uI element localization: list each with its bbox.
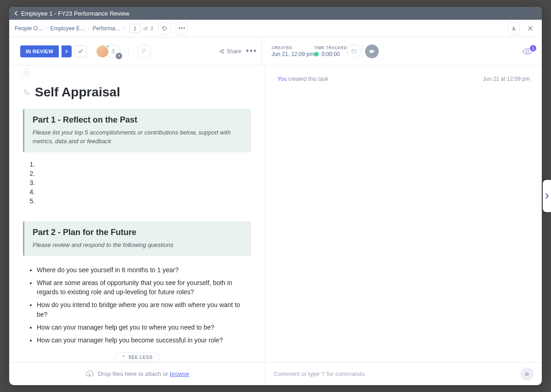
breadcrumb-item[interactable]: Employee E… [50, 25, 85, 32]
list-item[interactable]: Where do you see yourself in 6 months to… [37, 263, 251, 276]
activity-feed[interactable]: You created this task Jun 21 at 12:09 pm [265, 66, 542, 362]
complete-button[interactable] [74, 45, 86, 57]
svg-point-3 [526, 50, 529, 53]
body: Self Appraisal Part 1 - Reflect on the P… [9, 66, 542, 385]
part1-heading: Part 1 - Reflect on the Past [33, 115, 243, 125]
refresh-icon[interactable] [158, 22, 170, 34]
part1-callout: Part 1 - Reflect on the Past Please list… [23, 109, 251, 152]
avatar[interactable] [96, 45, 109, 58]
next-panel-icon[interactable] [543, 180, 551, 212]
time-tracked-label: TIME TRACKED [314, 45, 347, 50]
breadcrumb-item[interactable]: People O… [15, 25, 43, 32]
list-item[interactable]: What are some areas of opportunity that … [37, 276, 251, 299]
status-button[interactable]: IN REVIEW [20, 45, 59, 57]
send-icon[interactable] [521, 368, 534, 381]
doc-content[interactable]: Self Appraisal Part 1 - Reflect on the P… [9, 66, 265, 362]
task-title: Employee 1 - FY23 Performance Review [21, 10, 129, 17]
list-item[interactable] [37, 160, 251, 169]
list-item[interactable]: How can your manager help get you to whe… [37, 321, 251, 334]
activity-item: You created this task Jun 21 at 12:09 pm [277, 76, 530, 82]
left-column: Self Appraisal Part 1 - Reflect on the P… [9, 66, 265, 385]
task-modal: Employee 1 - FY23 Performance Review Peo… [9, 7, 542, 385]
attach-row[interactable]: Drop files here to attach or browse [9, 362, 265, 385]
task-more-icon[interactable]: ••• [246, 46, 258, 56]
svg-rect-2 [370, 50, 373, 53]
right-column: You created this task Jun 21 at 12:09 pm [265, 66, 542, 385]
created-meta: CREATED Jun 21, 12:09 pm [271, 45, 314, 57]
share-label: Share [227, 48, 242, 55]
record-icon[interactable] [365, 45, 379, 58]
see-less-label: SEE LESS [128, 355, 152, 360]
plus-icon: + [116, 53, 122, 59]
priority-flag-icon[interactable] [137, 45, 151, 58]
list-item[interactable] [37, 178, 251, 187]
watchers-count: 1 [530, 45, 536, 51]
play-icon[interactable] [314, 52, 319, 56]
tag-icon[interactable] [22, 69, 30, 78]
list-item[interactable]: How do you intend to bridge where you ar… [37, 298, 251, 321]
part2-prompt: Please review and respond to the followi… [33, 241, 243, 250]
part2-heading: Part 2 - Plan for the Future [33, 228, 243, 237]
questions-list: Where do you see yourself in 6 months to… [23, 263, 251, 347]
share-button[interactable]: Share [219, 48, 242, 55]
created-value: Jun 21, 12:09 pm [271, 51, 314, 57]
attach-text: Drop files here to attach or [98, 370, 170, 377]
chevron-right-icon: › [46, 26, 47, 31]
part1-prompt: Please list your top 5 accomplishments o… [33, 129, 243, 146]
more-options-icon[interactable]: ••• [176, 22, 188, 34]
browse-link[interactable]: browse [170, 370, 189, 377]
breadcrumb-row: People O… › Employee E… › Performa… › of… [9, 20, 542, 37]
list-item[interactable] [37, 187, 251, 196]
titlebar: Employee 1 - FY23 Performance Review [9, 7, 542, 20]
list-item[interactable]: How can your manager help you become suc… [37, 334, 251, 347]
activity-time: Jun 21 at 12:09 pm [483, 76, 530, 82]
see-less-button[interactable]: ⌃ SEE LESS [115, 353, 159, 362]
chevron-right-icon: › [88, 26, 90, 31]
part2-callout: Part 2 - Plan for the Future Please revi… [23, 221, 251, 256]
pager: of 3 [129, 24, 153, 33]
meta-row: IN REVIEW + [9, 37, 542, 66]
share-icon [219, 49, 224, 54]
close-icon[interactable] [524, 22, 536, 34]
created-label: CREATED [271, 45, 314, 50]
chevron-right-icon: › [124, 26, 125, 31]
pager-current-input[interactable] [129, 24, 141, 33]
svg-point-0 [112, 49, 114, 51]
back-icon[interactable] [14, 11, 18, 16]
accomplishments-list[interactable] [23, 160, 251, 206]
minimize-icon[interactable] [508, 22, 520, 34]
watchers-icon[interactable]: 1 [523, 48, 533, 55]
time-tracked-value: 0:00:00 [321, 51, 340, 57]
doc-title: Self Appraisal [35, 85, 120, 100]
activity-actor: You [277, 76, 287, 82]
pager-of-label: of [143, 26, 147, 31]
chevron-up-icon: ⌃ [122, 355, 126, 360]
comment-input[interactable] [274, 370, 516, 377]
due-date-icon[interactable] [347, 45, 361, 58]
cloud-upload-icon [85, 370, 94, 378]
status-group: IN REVIEW [20, 45, 72, 57]
breadcrumb-item[interactable]: Performa… [92, 25, 120, 32]
phone-icon [23, 89, 30, 96]
comment-row [265, 362, 542, 385]
pager-total: 3 [150, 26, 153, 31]
list-item[interactable] [37, 169, 251, 178]
activity-text: created this task [287, 76, 328, 82]
status-dropdown-icon[interactable] [62, 45, 72, 57]
svg-rect-1 [352, 50, 356, 53]
assignees[interactable]: + [96, 45, 120, 58]
time-tracked-meta: TIME TRACKED 0:00:00 [314, 45, 347, 57]
meta-right: CREATED Jun 21, 12:09 pm TIME TRACKED 0:… [262, 37, 542, 65]
list-item[interactable] [37, 196, 251, 206]
